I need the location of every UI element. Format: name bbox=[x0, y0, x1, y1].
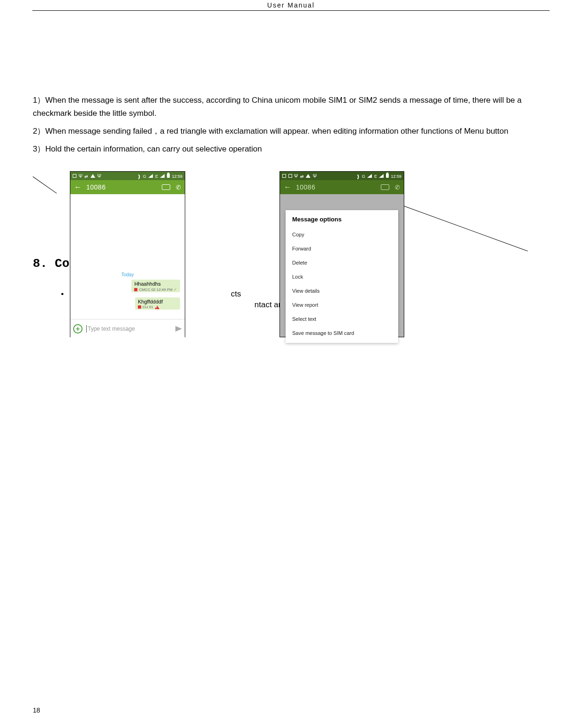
compose-bar: + Type text message bbox=[70, 319, 185, 338]
sim-chip-icon bbox=[138, 305, 141, 309]
option-copy[interactable]: Copy bbox=[286, 228, 398, 242]
compose-input[interactable]: Type text message bbox=[86, 325, 172, 333]
option-forward[interactable]: Forward bbox=[286, 242, 398, 256]
option-lock[interactable]: Lock bbox=[286, 270, 398, 284]
net-e-label: E bbox=[374, 174, 377, 179]
battery-icon bbox=[167, 174, 170, 178]
conversation-title-bar: ← 10086 ✆ bbox=[70, 180, 185, 194]
paragraph-2: 2）When message sending failed，a red tria… bbox=[33, 125, 549, 138]
debug-icon: Ψ bbox=[97, 174, 101, 179]
message-text: Khgffddddf bbox=[138, 299, 177, 304]
sync-icon: ⇄ bbox=[300, 174, 304, 179]
page-number: 18 bbox=[33, 706, 40, 714]
sync-icon: ⇄ bbox=[84, 174, 88, 179]
option-select-text[interactable]: Select text bbox=[286, 312, 398, 326]
message-meta-text: CU 01 bbox=[143, 305, 153, 309]
paragraph-3: 3）Hold the certain information, can carr… bbox=[33, 143, 549, 156]
signal-icon bbox=[160, 174, 165, 178]
debug-icon: Ψ bbox=[313, 174, 317, 179]
screenshot-message-options: Ψ ⇄ Ψ G E 12:59 ← 10086 ✆ Message option… bbox=[280, 171, 404, 337]
app-icon bbox=[288, 174, 292, 178]
message-meta: CMCC 02 12:49 PM ✓ bbox=[134, 287, 177, 292]
send-icon[interactable] bbox=[175, 326, 182, 332]
contact-card-icon[interactable] bbox=[162, 184, 170, 190]
message-meta: CU 01 bbox=[138, 305, 177, 309]
signal-icon bbox=[367, 174, 372, 178]
status-bar: Ψ ⇄ Ψ G E 12:59 bbox=[70, 172, 185, 180]
net-g-label: G bbox=[143, 174, 146, 179]
contact-card-icon[interactable] bbox=[381, 184, 389, 190]
battery-icon bbox=[386, 174, 389, 178]
net-g-label: G bbox=[362, 174, 365, 179]
sim-icon bbox=[282, 174, 286, 178]
delivered-check-icon: ✓ bbox=[174, 287, 177, 292]
message-options-dialog: Message options Copy Forward Delete Lock… bbox=[286, 210, 398, 343]
message-bubble-sent[interactable]: Hhaahhdhs CMCC 02 12:49 PM ✓ bbox=[131, 280, 180, 292]
message-bubble-failed[interactable]: Khgffddddf CU 01 bbox=[135, 297, 180, 310]
net-e-label: E bbox=[155, 174, 158, 179]
status-time: 12:59 bbox=[391, 174, 401, 179]
conversation-number: 10086 bbox=[86, 183, 156, 191]
failed-warning-icon bbox=[155, 305, 159, 309]
back-icon[interactable]: ← bbox=[74, 183, 82, 191]
usb-icon: Ψ bbox=[79, 174, 83, 179]
signal-icon bbox=[148, 174, 153, 178]
option-view-details[interactable]: View details bbox=[286, 284, 398, 298]
attach-button[interactable]: + bbox=[73, 324, 83, 334]
conversation-title-bar: ← 10086 ✆ bbox=[280, 180, 404, 194]
conversation-number: 10086 bbox=[296, 183, 375, 191]
message-meta-text: CMCC 02 12:49 PM bbox=[139, 288, 173, 292]
warning-icon bbox=[306, 174, 310, 178]
status-time: 12:59 bbox=[172, 174, 182, 179]
header-rule bbox=[32, 10, 550, 11]
running-header: User Manual bbox=[0, 0, 582, 9]
warning-icon bbox=[91, 174, 95, 178]
signal-icon bbox=[379, 174, 384, 178]
back-icon[interactable]: ← bbox=[284, 183, 291, 191]
paragraph-1: 1）When the message is sent after the suc… bbox=[33, 94, 549, 120]
message-scroll-area[interactable]: Today Hhaahhdhs CMCC 02 12:49 PM ✓ Khgff… bbox=[70, 194, 185, 319]
option-save-to-sim[interactable]: Save message to SIM card bbox=[286, 326, 398, 340]
status-bar: Ψ ⇄ Ψ G E 12:59 bbox=[280, 172, 404, 180]
wifi-icon bbox=[355, 174, 361, 179]
usb-icon: Ψ bbox=[294, 174, 298, 179]
wifi-icon bbox=[136, 174, 142, 179]
screenshot-messaging-sent: Ψ ⇄ Ψ G E 12:59 ← 10086 ✆ Today Hhaahhdh… bbox=[70, 171, 185, 337]
call-icon[interactable]: ✆ bbox=[176, 184, 181, 191]
sim-chip-icon bbox=[134, 288, 137, 291]
sim-icon bbox=[73, 174, 76, 178]
option-view-report[interactable]: View report bbox=[286, 298, 398, 312]
bullet-tail: cts bbox=[231, 289, 241, 298]
call-icon[interactable]: ✆ bbox=[395, 184, 400, 191]
option-delete[interactable]: Delete bbox=[286, 256, 398, 270]
dialog-title: Message options bbox=[286, 210, 398, 228]
date-divider: Today bbox=[70, 272, 185, 277]
message-text: Hhaahhdhs bbox=[134, 281, 177, 287]
